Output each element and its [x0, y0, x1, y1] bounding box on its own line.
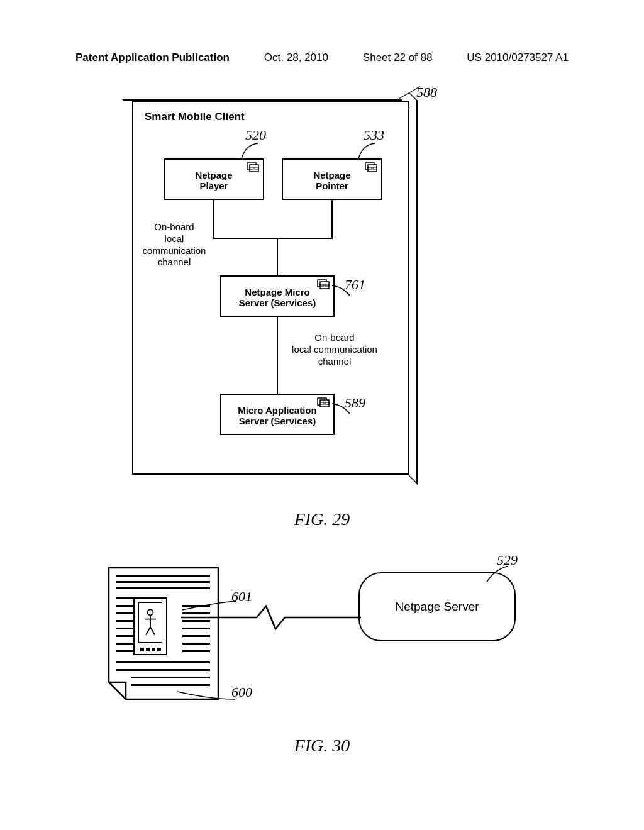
doc-text-line — [182, 643, 210, 645]
svg-rect-9 — [320, 282, 329, 289]
device-screen — [138, 602, 162, 643]
mobile-device-icon — [133, 597, 167, 655]
svg-line-19 — [146, 627, 150, 635]
netpage-server-label: Netpage Server — [395, 600, 479, 614]
ref-520: 520 — [245, 127, 266, 143]
figure-30-caption: FIG. 30 — [0, 736, 644, 756]
doc-text-line — [116, 587, 210, 589]
pub-date: Oct. 28, 2010 — [264, 52, 328, 64]
connector — [331, 200, 333, 238]
lead-curve — [331, 402, 352, 418]
doc-text-line — [116, 661, 210, 663]
micro-app-server-box: Micro Application Server (Services) — [220, 394, 335, 435]
lead-curve — [357, 142, 382, 161]
doc-text-line — [116, 581, 210, 583]
svg-rect-1 — [250, 165, 258, 172]
onboard-channel-label-1: On-board local communication channel — [127, 221, 221, 268]
doc-text-line — [131, 684, 210, 686]
component-icon — [317, 397, 330, 409]
panel-3d-right — [409, 92, 418, 485]
connector — [277, 238, 278, 275]
lead-curve — [176, 690, 236, 703]
sheet-info: Sheet 22 of 88 — [363, 52, 433, 64]
pub-number: US 2010/0273527 A1 — [467, 52, 569, 64]
publication-label: Patent Application Publication — [75, 52, 230, 64]
lead-curve — [240, 142, 265, 161]
svg-rect-13 — [320, 400, 329, 407]
connector — [277, 317, 278, 394]
svg-point-16 — [148, 609, 153, 615]
svg-line-20 — [150, 627, 155, 635]
lead-curve — [331, 284, 352, 299]
svg-rect-5 — [368, 165, 377, 172]
figure-29-caption: FIG. 29 — [0, 509, 644, 529]
stick-figure-icon — [139, 603, 162, 642]
ref-533: 533 — [364, 127, 384, 143]
netpage-pointer-box: Netpage Pointer — [282, 158, 382, 200]
panel-title: Smart Mobile Client — [145, 111, 245, 123]
device-keys — [135, 648, 166, 651]
connector — [213, 200, 214, 238]
component-icon — [365, 162, 377, 174]
page-header: Patent Application Publication Oct. 28, … — [0, 52, 644, 64]
figure-29: Smart Mobile Client Netpage Player Netpa… — [132, 94, 428, 484]
doc-text-line — [182, 635, 210, 637]
doc-text-line — [116, 669, 210, 671]
doc-text-line — [116, 575, 210, 577]
component-icon — [317, 279, 330, 291]
onboard-channel-label-2: On-board local communication channel — [278, 332, 391, 367]
figure-30: Netpage Server 601 600 529 — [94, 566, 535, 723]
component-icon — [247, 162, 259, 174]
netpage-micro-server-box: Netpage Micro Server (Services) — [220, 275, 335, 317]
lead-curve — [181, 600, 238, 612]
doc-text-line — [182, 650, 210, 652]
lead-curve — [486, 566, 511, 585]
connector — [213, 238, 333, 239]
doc-text-line — [131, 677, 210, 678]
netpage-player-box: Netpage Player — [164, 158, 264, 200]
